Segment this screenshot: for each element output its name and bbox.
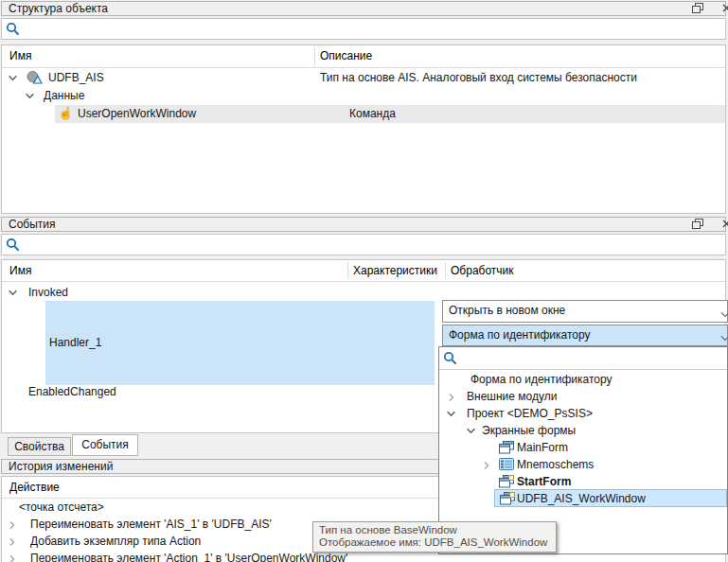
dropdown-item-form-by-id[interactable]: Форма по идентификатору xyxy=(439,371,727,388)
events-search xyxy=(1,234,726,255)
chevron-down-icon[interactable] xyxy=(8,288,18,301)
column-header-name[interactable]: Имя xyxy=(9,45,31,67)
dropdown-item-startform[interactable]: StartForm xyxy=(439,473,727,490)
dropdown-search-input[interactable] xyxy=(462,349,718,367)
type-info-tooltip: Тип на основе BaseWindow Отображаемое им… xyxy=(312,521,557,553)
object-structure-search-input[interactable] xyxy=(25,20,706,38)
dropdown-item-udfb-ais-workwindow[interactable]: UDFB_AIS_WorkWindow xyxy=(494,489,727,507)
tree-row-data[interactable]: Данные xyxy=(2,87,727,105)
tree-item-label: UserOpenWorkWindow xyxy=(78,105,196,123)
events-title: События xyxy=(9,219,56,231)
chevron-down-icon xyxy=(720,332,728,345)
event-row-handler-1[interactable]: Handler_1 xyxy=(45,301,435,385)
events-titlebar: События xyxy=(1,217,726,232)
chevron-right-icon[interactable] xyxy=(8,519,17,533)
close-icon[interactable] xyxy=(721,219,728,232)
handler-label: Handler_1 xyxy=(49,333,101,352)
object-structure-titlebar: Структура объекта xyxy=(1,1,726,16)
dropdown-item-project[interactable]: Проект <DEMO_PsSIS> xyxy=(439,405,727,422)
chevron-down-icon[interactable] xyxy=(466,426,476,439)
search-icon xyxy=(6,237,20,252)
history-item-label: <точка отсчета> xyxy=(19,499,104,516)
dropdown-item-label: Внешние модули xyxy=(467,388,557,405)
search-icon xyxy=(6,22,20,36)
dropdown-item-label: MainForm xyxy=(517,439,568,456)
dropdown-item-screen-forms[interactable]: Экранные формы xyxy=(439,422,727,439)
form-badge-icon xyxy=(500,492,515,508)
combobox-value: Форма по идентификатору xyxy=(449,325,591,345)
analog-input-type-icon xyxy=(27,70,43,88)
object-structure-search xyxy=(1,18,726,40)
mnemoschemes-icon xyxy=(499,458,514,473)
history-item-label: Переименовать элемент 'Action_1' в 'User… xyxy=(30,550,347,562)
dropdown-item-label: Mnemoschems xyxy=(517,456,594,473)
tree-item-description: Команда xyxy=(349,105,396,123)
history-item-label: Переименовать элемент 'AIS_1' в 'UDFB_AI… xyxy=(30,516,272,533)
dropdown-item-label: Форма по идентификатору xyxy=(471,371,613,388)
tab-label: События xyxy=(81,438,129,451)
events-search-input[interactable] xyxy=(25,236,706,254)
object-structure-tree: Имя Описание UDFB_AIS Тип на основе AIS.… xyxy=(1,44,726,214)
column-header-name[interactable]: Имя xyxy=(9,260,31,281)
event-row-invoked[interactable]: Invoked xyxy=(2,284,727,301)
float-window-icon[interactable] xyxy=(692,3,703,16)
tooltip-line-2: Отображаемое имя: UDFB_AIS_WorkWindow xyxy=(319,536,550,549)
application-window: Структура объекта Имя Описание UDFB_AIS … xyxy=(0,0,728,562)
history-item-label: Добавить экземпляр типа Action xyxy=(30,533,201,550)
dropdown-item-mnemoschems[interactable]: Mnemoschems xyxy=(439,456,727,473)
form-icon xyxy=(499,441,514,457)
tree-item-label: Данные xyxy=(44,87,84,105)
tree-row-user-open-work-window[interactable]: ☝ UserOpenWorkWindow Команда xyxy=(2,105,727,123)
dropdown-item-label: Экранные формы xyxy=(482,422,576,439)
chevron-down-icon xyxy=(720,308,728,322)
chevron-down-icon[interactable] xyxy=(8,73,18,86)
dropdown-item-label: Проект <DEMO_PsSIS> xyxy=(467,405,593,422)
chevron-down-icon[interactable] xyxy=(446,409,456,422)
column-header-description[interactable]: Описание xyxy=(320,45,372,67)
column-header-characteristics[interactable]: Характеристики xyxy=(353,260,437,281)
chevron-right-icon[interactable] xyxy=(482,460,491,473)
handler-action-combobox[interactable]: Открыть в новом окне xyxy=(442,300,728,323)
column-header-action[interactable]: Действие xyxy=(9,477,60,498)
event-label: EnabledChanged xyxy=(28,383,116,400)
tab-properties[interactable]: Свойства xyxy=(8,437,71,456)
tooltip-line-1: Тип на основе BaseWindow xyxy=(319,524,550,536)
dropdown-search xyxy=(439,347,727,370)
tree-item-label: UDFB_AIS xyxy=(48,69,104,87)
change-history-title: История изменений xyxy=(9,461,113,473)
chevron-right-icon[interactable] xyxy=(8,553,17,562)
dropdown-item-external-modules[interactable]: Внешние модули xyxy=(439,388,727,405)
column-header-handler[interactable]: Обработчик xyxy=(451,260,514,281)
tab-label: Свойства xyxy=(14,440,64,453)
tree-item-description: Тип на основе AIS. Аналоговый вход систе… xyxy=(320,69,637,87)
dropdown-item-label: StartForm xyxy=(517,473,571,490)
chevron-right-icon[interactable] xyxy=(8,536,17,550)
dropdown-item-mainform[interactable]: MainForm xyxy=(439,439,727,456)
event-label: Invoked xyxy=(28,284,68,301)
dropdown-item-label: UDFB_AIS_WorkWindow xyxy=(517,490,646,507)
float-window-icon[interactable] xyxy=(692,219,703,232)
command-hand-icon: ☝ xyxy=(58,107,73,120)
tab-events[interactable]: События xyxy=(72,434,138,456)
combobox-value: Открыть в новом окне xyxy=(449,301,565,321)
object-structure-title: Структура объекта xyxy=(9,3,108,15)
chevron-right-icon[interactable] xyxy=(447,392,456,405)
search-icon xyxy=(443,351,457,365)
handler-target-combobox[interactable]: Форма по идентификатору xyxy=(442,325,728,346)
chevron-down-icon[interactable] xyxy=(25,91,35,104)
close-icon[interactable] xyxy=(721,3,728,16)
tree-row-udfb-ais[interactable]: UDFB_AIS Тип на основе AIS. Аналоговый в… xyxy=(2,69,727,87)
